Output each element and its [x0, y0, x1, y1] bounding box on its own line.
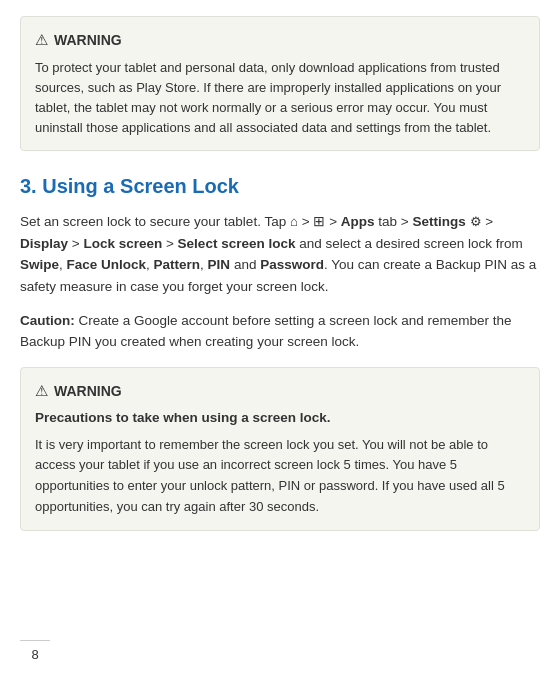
caution-text: Create a Google account before setting a…: [20, 313, 512, 350]
display-label: Display: [20, 236, 68, 251]
grid-icon: ⊞: [313, 214, 325, 229]
warning-box-2: ⚠ WARNING Precautions to take when using…: [20, 367, 540, 531]
section-title: Using a Screen Lock: [42, 175, 239, 197]
warning-triangle-icon-2: ⚠: [35, 380, 48, 403]
warning-body-2: It is very important to remember the scr…: [35, 435, 525, 518]
page-container: ⚠ WARNING To protect your tablet and per…: [0, 0, 560, 674]
warning-header-2: ⚠ WARNING: [35, 380, 525, 403]
caution-paragraph: Caution: Create a Google account before …: [20, 310, 540, 353]
lock-screen-label: Lock screen: [83, 236, 162, 251]
pattern-label: Pattern: [154, 257, 201, 272]
body-paragraph-1: Set an screen lock to secure your tablet…: [20, 211, 540, 298]
face-unlock-label: Face Unlock: [67, 257, 147, 272]
pin-label: PIN: [208, 257, 231, 272]
page-number: 8: [20, 640, 50, 665]
section-heading: 3. Using a Screen Lock: [20, 171, 540, 201]
warning-header-1: ⚠ WARNING: [35, 29, 525, 52]
warning-triangle-icon-1: ⚠: [35, 29, 48, 52]
warning-title-2: WARNING: [54, 381, 122, 402]
home-icon: ⌂: [290, 214, 298, 229]
caution-label: Caution:: [20, 313, 75, 328]
warning-subtitle-2: Precautions to take when using a screen …: [35, 408, 525, 428]
warning-text-1: To protect your tablet and personal data…: [35, 58, 525, 139]
settings-label: Settings: [413, 214, 466, 229]
apps-label: Apps: [341, 214, 375, 229]
warning-title-1: WARNING: [54, 30, 122, 51]
warning-box-1: ⚠ WARNING To protect your tablet and per…: [20, 16, 540, 151]
section-number: 3.: [20, 175, 37, 197]
gear-icon: ⚙: [470, 212, 482, 233]
password-label: Password: [260, 257, 324, 272]
select-screen-lock-label: Select screen lock: [178, 236, 296, 251]
swipe-label: Swipe: [20, 257, 59, 272]
